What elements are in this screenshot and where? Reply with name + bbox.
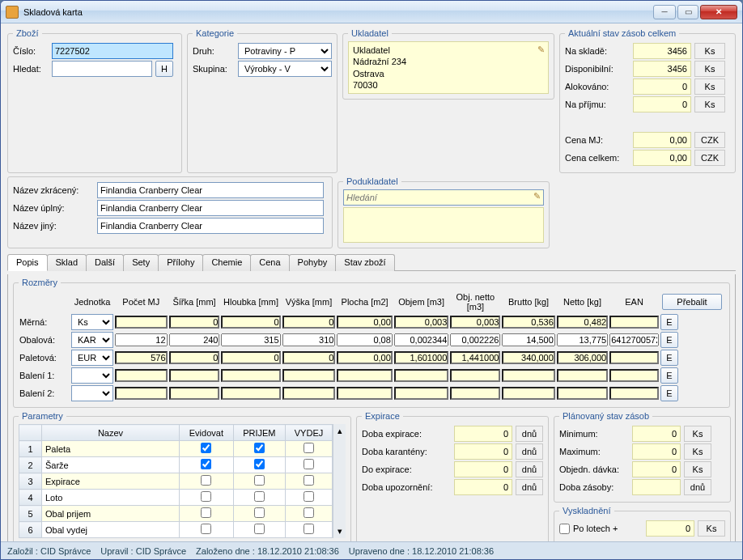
rozmery-objnetto-input[interactable] xyxy=(450,369,500,382)
hledat-h-button[interactable]: H xyxy=(155,61,173,77)
rozmery-netto-input[interactable] xyxy=(557,333,608,346)
rozmery-objem-input[interactable] xyxy=(394,316,449,329)
rozmery-objem-input[interactable] xyxy=(394,369,449,382)
rozmery-vyska-input[interactable] xyxy=(282,333,336,346)
param-prijem-checkbox[interactable] xyxy=(254,475,265,486)
param-prijem-checkbox[interactable] xyxy=(254,507,265,518)
tab-chemie[interactable]: Chemie xyxy=(202,254,251,271)
rozmery-unit-select[interactable]: EUR xyxy=(71,350,113,366)
rozmery-hloubka-input[interactable] xyxy=(221,387,280,400)
rozmery-hloubka-input[interactable] xyxy=(221,333,280,346)
titlebar[interactable]: Skladová karta ─ ▭ ✕ xyxy=(1,1,742,23)
rozmery-unit-select[interactable] xyxy=(71,367,113,384)
rozmery-hloubka-input[interactable] xyxy=(221,351,280,364)
tab-sklad[interactable]: Sklad xyxy=(47,254,87,271)
rozmery-pocet-input[interactable] xyxy=(115,387,168,400)
tab-cena[interactable]: Cena xyxy=(250,254,289,271)
rozmery-vyska-input[interactable] xyxy=(282,387,336,400)
rozmery-sirka-input[interactable] xyxy=(169,387,220,400)
rozmery-plocha-input[interactable] xyxy=(337,333,392,346)
hledat-input[interactable] xyxy=(52,61,152,77)
rozmery-vyska-input[interactable] xyxy=(282,351,336,364)
rozmery-ean-input[interactable] xyxy=(609,316,659,329)
rozmery-ean-input[interactable] xyxy=(609,369,659,382)
rozmery-objem-input[interactable] xyxy=(394,351,449,364)
rozmery-unit-select[interactable]: KAR xyxy=(71,332,113,348)
rozmery-ean-input[interactable] xyxy=(609,333,659,346)
rozmery-objem-input[interactable] xyxy=(394,333,449,346)
skupina-select[interactable]: Výrobky - V xyxy=(238,61,332,77)
param-evidovat-checkbox[interactable] xyxy=(201,475,211,486)
rozmery-brutto-input[interactable] xyxy=(502,351,554,364)
minimize-button[interactable]: ─ xyxy=(653,5,676,19)
param-prijem-checkbox[interactable] xyxy=(254,443,265,453)
rozmery-netto-input[interactable] xyxy=(557,387,608,400)
scroll-up-icon[interactable]: ▴ xyxy=(338,426,342,436)
edit-icon[interactable]: ✎ xyxy=(533,191,541,202)
polotech-checkbox[interactable] xyxy=(559,524,570,534)
rozmery-e-button[interactable] xyxy=(660,385,678,401)
rozmery-unit-select[interactable]: Ks xyxy=(71,314,113,330)
rozmery-ean-input[interactable] xyxy=(609,387,659,400)
scroll-down-icon[interactable]: ▾ xyxy=(338,526,342,537)
rozmery-e-button[interactable] xyxy=(660,367,678,384)
tab-další[interactable]: Další xyxy=(86,254,124,271)
rozmery-vyska-input[interactable] xyxy=(282,316,336,329)
edit-icon[interactable]: ✎ xyxy=(537,44,545,55)
rozmery-objnetto-input[interactable] xyxy=(450,316,500,329)
param-vydej-checkbox[interactable] xyxy=(304,443,314,453)
tab-stav zboží[interactable]: Stav zboží xyxy=(335,254,394,271)
rozmery-unit-select[interactable] xyxy=(71,385,113,401)
rozmery-netto-input[interactable] xyxy=(557,369,608,382)
tab-pohyby[interactable]: Pohyby xyxy=(289,254,337,271)
rozmery-sirka-input[interactable] xyxy=(169,351,220,364)
param-vydej-checkbox[interactable] xyxy=(304,459,314,469)
cislo-input[interactable] xyxy=(52,43,173,59)
close-button[interactable]: ✕ xyxy=(700,5,737,19)
maximize-button[interactable]: ▭ xyxy=(677,5,698,19)
rozmery-plocha-input[interactable] xyxy=(337,387,392,400)
param-vydej-checkbox[interactable] xyxy=(304,491,314,502)
rozmery-e-button[interactable] xyxy=(660,332,678,348)
param-evidovat-checkbox[interactable] xyxy=(201,459,211,469)
scrollbar[interactable]: ▴ ▾ xyxy=(333,424,346,538)
podukladatel-search[interactable] xyxy=(343,189,544,206)
param-vydej-checkbox[interactable] xyxy=(304,507,314,518)
nazev-uplny-input[interactable] xyxy=(97,200,324,216)
nazev-zkraceny-input[interactable] xyxy=(97,182,324,198)
param-evidovat-checkbox[interactable] xyxy=(201,507,211,518)
param-vydej-checkbox[interactable] xyxy=(304,524,314,534)
param-prijem-checkbox[interactable] xyxy=(254,524,265,534)
tab-přílohy[interactable]: Přílohy xyxy=(158,254,203,271)
param-prijem-checkbox[interactable] xyxy=(254,459,265,469)
param-evidovat-checkbox[interactable] xyxy=(201,491,211,502)
rozmery-brutto-input[interactable] xyxy=(502,387,554,400)
rozmery-pocet-input[interactable] xyxy=(115,351,168,364)
rozmery-hloubka-input[interactable] xyxy=(221,369,280,382)
prebalit-button[interactable]: Přebalit xyxy=(662,294,722,310)
rozmery-sirka-input[interactable] xyxy=(169,316,220,329)
rozmery-plocha-input[interactable] xyxy=(337,351,392,364)
rozmery-objem-input[interactable] xyxy=(394,387,449,400)
druh-select[interactable]: Potraviny - P xyxy=(238,43,332,59)
rozmery-netto-input[interactable] xyxy=(557,316,608,329)
rozmery-objnetto-input[interactable] xyxy=(450,387,500,400)
tab-popis[interactable]: Popis xyxy=(7,254,48,271)
rozmery-sirka-input[interactable] xyxy=(169,333,220,346)
rozmery-plocha-input[interactable] xyxy=(337,369,392,382)
rozmery-e-button[interactable] xyxy=(660,314,678,330)
rozmery-brutto-input[interactable] xyxy=(502,316,554,329)
tab-sety[interactable]: Sety xyxy=(123,254,159,271)
rozmery-brutto-input[interactable] xyxy=(502,369,554,382)
rozmery-pocet-input[interactable] xyxy=(115,316,168,329)
rozmery-brutto-input[interactable] xyxy=(502,333,554,346)
rozmery-objnetto-input[interactable] xyxy=(450,351,500,364)
nazev-jiny-input[interactable] xyxy=(97,218,324,234)
rozmery-vyska-input[interactable] xyxy=(282,369,336,382)
rozmery-objnetto-input[interactable] xyxy=(450,333,500,346)
param-evidovat-checkbox[interactable] xyxy=(201,443,211,453)
param-vydej-checkbox[interactable] xyxy=(304,475,314,486)
rozmery-hloubka-input[interactable] xyxy=(221,316,280,329)
rozmery-ean-input[interactable] xyxy=(609,351,659,364)
rozmery-netto-input[interactable] xyxy=(557,351,608,364)
